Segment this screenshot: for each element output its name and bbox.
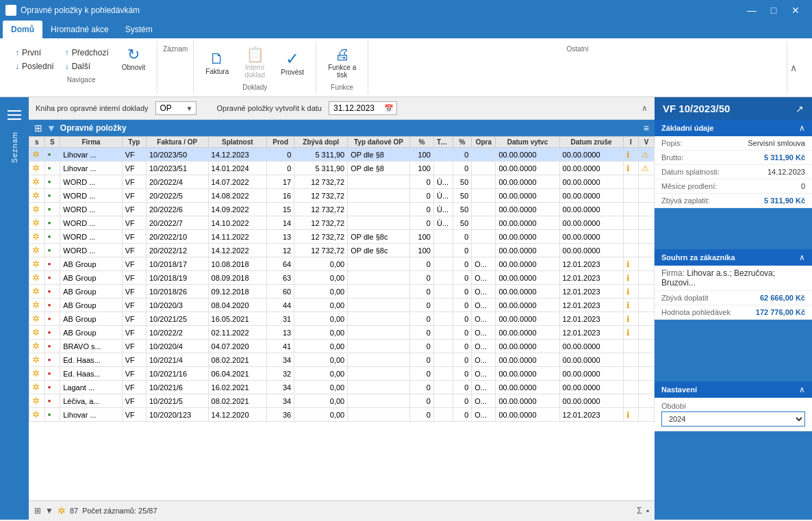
warning-icon[interactable]: ⚠ — [642, 150, 649, 160]
table-row[interactable]: ✲ ▪ WORD ... VF 20/2022/12 14.12.2022 12… — [29, 244, 655, 257]
table-row[interactable]: ✲ ▪ Ed. Haas... VF 10/2021/16 06.04.2021… — [29, 367, 655, 381]
cell-splatnost: 14.12.2020 — [208, 408, 267, 422]
date-field[interactable]: 31.12.2023 📅 — [329, 101, 397, 115]
obnovit-button[interactable]: ↻ Obnovit — [116, 44, 151, 75]
info-icon[interactable]: ℹ — [626, 273, 630, 283]
cell-v — [639, 216, 655, 230]
funkce-tisk-button[interactable]: 🖨 Funkce atisk — [322, 44, 362, 82]
cell-pct2: 50 — [453, 216, 472, 230]
table-row[interactable]: ✲ ▪ WORD ... VF 20/2022/10 14.11.2022 13… — [29, 230, 655, 244]
cell-datumvytvc: 00.00.0000 — [496, 244, 559, 257]
grid-expand-icon[interactable]: ⊞ — [34, 123, 42, 134]
cell-zbyva: 5 311,90 — [294, 162, 348, 175]
posledni-button[interactable]: ↓ Poslední — [11, 60, 58, 73]
collapse-toolbar-icon[interactable]: ∧ — [642, 103, 648, 113]
obdobi-select[interactable]: 2022 2023 2024 2025 — [661, 411, 805, 427]
minimize-button[interactable]: — — [741, 0, 763, 21]
grid-status-icon[interactable]: ⊞ — [34, 506, 41, 516]
cell-opra — [472, 244, 496, 257]
cell-v — [639, 312, 655, 326]
table-row[interactable]: ✲ ▪ Ed. Haas... VF 10/2021/4 08.02.2021 … — [29, 353, 655, 367]
table-row[interactable]: ✲ ▪ AB Group VF 10/2020/3 08.04.2020 44 … — [29, 298, 655, 312]
cell-zbyva: 0,00 — [294, 367, 348, 381]
cell-datumzruse: 00.00.0000 — [559, 203, 623, 216]
menu-item-domu[interactable]: Domů — [3, 21, 42, 38]
cell-v — [639, 285, 655, 298]
grid-collapse-icon[interactable]: ▼ — [47, 123, 56, 134]
provest-button[interactable]: ✓ Provést — [275, 47, 310, 79]
souhrn-header[interactable]: Souhrn za zákazníka ∧ — [655, 249, 812, 266]
nastaveni-header[interactable]: Nastavení ∧ — [655, 381, 812, 398]
cell-firma: Lihovar ... — [60, 408, 123, 422]
cell-v — [639, 353, 655, 367]
info-icon[interactable]: ℹ — [626, 164, 630, 173]
table-row[interactable]: ✲ ▪ WORD ... VF 20/2022/6 14.09.2022 15 … — [29, 203, 655, 216]
cell-status: ▪ — [45, 298, 60, 312]
table-row[interactable]: ✲ ▪ Lihovar ... VF 10/2023/51 14.01.2024… — [29, 162, 655, 175]
table-row[interactable]: ✲ ▪ WORD ... VF 20/2022/5 14.08.2022 16 … — [29, 189, 655, 203]
dalsi-button[interactable]: ↓ Další — [61, 60, 113, 73]
cell-firma: Lihovar ... — [60, 162, 123, 175]
faktura-button[interactable]: 🗋 Faktura — [199, 48, 235, 79]
sum-icon[interactable]: Σ — [637, 506, 642, 516]
grid-options-icon[interactable]: ≡ — [644, 123, 649, 134]
sidebar-toggle-button[interactable] — [3, 104, 25, 126]
cell-typu: Ú... — [433, 216, 453, 230]
ribbon-group-doklady: 🗋 Faktura 📋 Internídoklad ✓ Provést Dokl… — [194, 41, 316, 94]
info-icon[interactable]: ℹ — [626, 150, 630, 160]
filter-icon[interactable]: ▼ — [45, 506, 53, 516]
info-icon[interactable]: ℹ — [626, 328, 630, 338]
cell-typ: VF — [122, 285, 146, 298]
cell-pct2: 0 — [453, 285, 472, 298]
info-icon[interactable]: ℹ — [626, 410, 630, 420]
predchozi-button[interactable]: ↑ Předchozí — [61, 47, 113, 59]
table-row[interactable]: ✲ ▪ Léčiva, a... VF 10/2021/5 08.02.2021… — [29, 394, 655, 408]
cell-typdan — [348, 203, 410, 216]
table-row[interactable]: ✲ ▪ Lihovar ... VF 10/2023/50 14.12.2023… — [29, 148, 655, 162]
book-dropdown[interactable]: OP ▼ — [155, 101, 196, 115]
info-icon[interactable]: ℹ — [626, 287, 630, 296]
cell-v — [639, 271, 655, 285]
info-icon[interactable]: ℹ — [626, 301, 630, 310]
interni-doklad-button[interactable]: 📋 Internídoklad — [238, 44, 272, 82]
table-row[interactable]: ✲ ▪ AB Group VF 10/2018/26 09.12.2018 60… — [29, 285, 655, 298]
cell-status: ▪ — [45, 244, 60, 257]
warning-icon[interactable]: ⚠ — [642, 164, 649, 173]
cell-zbyva: 0,00 — [294, 381, 348, 394]
table-row[interactable]: ✲ ▪ Lihovar ... VF 10/2020/123 14.12.202… — [29, 408, 655, 422]
zakladni-udaje-header[interactable]: Základní údaje ∧ — [655, 120, 812, 136]
maximize-button[interactable]: □ — [763, 0, 785, 21]
cell-v — [639, 408, 655, 422]
table-row[interactable]: ✲ ▪ AB Group VF 10/2018/17 10.08.2018 64… — [29, 257, 655, 271]
grid-toggle-icon[interactable]: ▪ — [646, 506, 649, 516]
cell-splatnost: 02.11.2022 — [208, 326, 267, 340]
table-row[interactable]: ✲ ▪ WORD ... VF 20/2022/4 14.07.2022 17 … — [29, 175, 655, 189]
info-icon[interactable]: ℹ — [626, 259, 630, 269]
cell-i: ℹ — [623, 257, 639, 271]
table-row[interactable]: ✲ ▪ BRAVO s... VF 10/2020/4 04.07.2020 4… — [29, 340, 655, 353]
provest-label: Provést — [281, 68, 304, 76]
table-row[interactable]: ✲ ▪ AB Group VF 10/2022/2 02.11.2022 13 … — [29, 326, 655, 340]
table-row[interactable]: ✲ ▪ Lagant ... VF 10/2021/6 16.02.2021 3… — [29, 381, 655, 394]
cell-star: ✲ — [29, 298, 45, 312]
table-row[interactable]: ✲ ▪ AB Group VF 10/2018/19 08.09.2018 63… — [29, 271, 655, 285]
cell-datumzruse: 00.00.0000 — [559, 244, 623, 257]
cell-typ: VF — [122, 257, 146, 271]
main-layout: Seznam Kniha pro opravné interní doklady… — [0, 97, 812, 520]
prvni-button[interactable]: ↑ První — [11, 47, 58, 59]
table-container[interactable]: s S Firma Typ Faktura / OP Splatnost Pro… — [29, 136, 655, 500]
cell-zbyva: 0,00 — [294, 408, 348, 422]
info-icon[interactable]: ℹ — [626, 314, 630, 324]
cell-i: ℹ — [623, 148, 639, 162]
table-row[interactable]: ✲ ▪ AB Group VF 10/2021/25 16.05.2021 31… — [29, 312, 655, 326]
menu-item-hromadne[interactable]: Hromadné akce — [42, 21, 117, 38]
close-button[interactable]: ✕ — [785, 0, 807, 21]
cell-datumvytvc: 00.00.0000 — [496, 203, 559, 216]
cell-star: ✲ — [29, 394, 45, 408]
cell-prod: 34 — [267, 394, 294, 408]
external-link-icon[interactable]: ↗ — [796, 103, 804, 114]
ribbon-collapse-button[interactable]: ∧ — [790, 62, 804, 73]
table-row[interactable]: ✲ ▪ WORD ... VF 20/2022/7 14.10.2022 14 … — [29, 216, 655, 230]
cell-typdan — [348, 271, 410, 285]
menu-item-system[interactable]: Systém — [117, 21, 161, 38]
